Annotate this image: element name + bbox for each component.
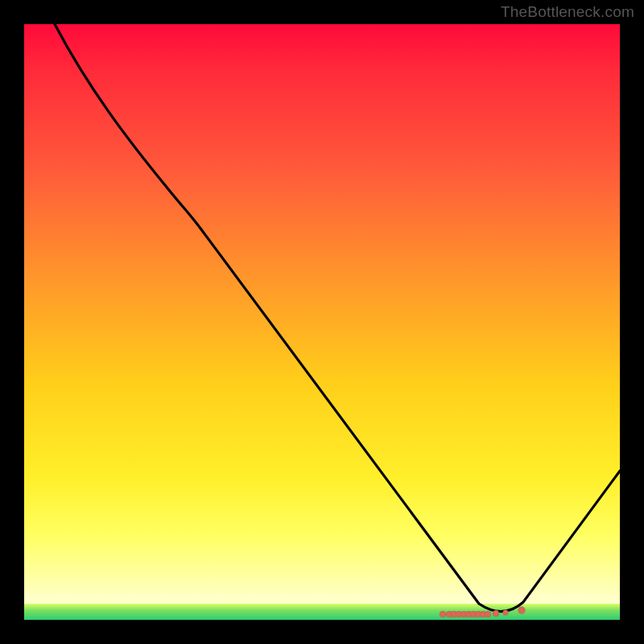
data-point [503, 610, 509, 616]
data-point [518, 607, 526, 614]
data-point [493, 610, 499, 617]
chart-frame: TheBottleneck.com [0, 0, 644, 644]
watermark-text: TheBottleneck.com [501, 3, 634, 21]
data-point [485, 611, 491, 617]
plot-area [24, 24, 620, 620]
curve-layer [24, 24, 620, 620]
bottleneck-curve [55, 24, 620, 612]
data-point [440, 611, 446, 617]
